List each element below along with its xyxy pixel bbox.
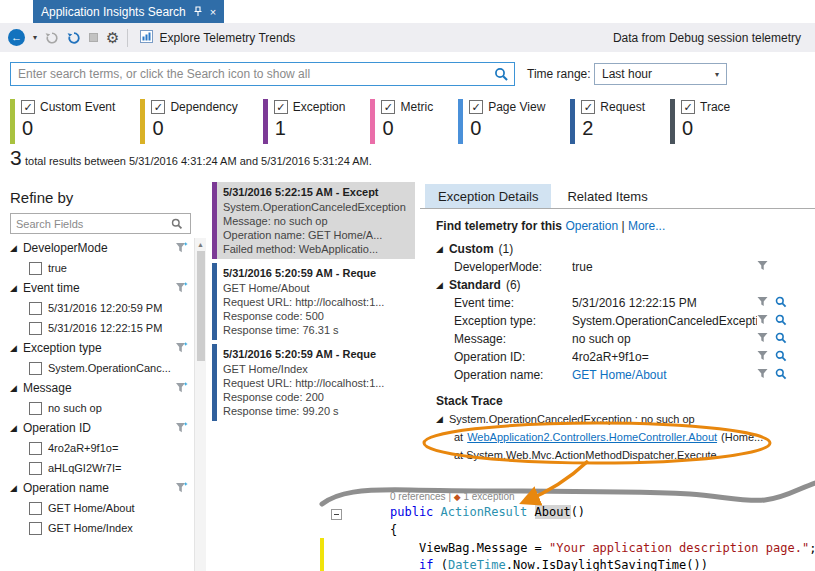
filter-checkbox-exception[interactable]: ✓	[274, 100, 288, 114]
code-line-method-signature[interactable]: public ActionResult About()	[390, 505, 585, 519]
operation-name-link[interactable]: GET Home/About	[572, 368, 757, 382]
filter-by-value-icon[interactable]	[757, 314, 768, 328]
filter-checkbox-custom-event[interactable]: ✓	[21, 100, 35, 114]
filter-checkbox-trace[interactable]: ✓	[681, 100, 695, 114]
option-checkbox[interactable]	[29, 462, 42, 475]
search-input[interactable]	[11, 67, 488, 81]
codelens-indicator[interactable]: 0 references | ◆ 1 exception	[390, 491, 515, 502]
search-fields-icon[interactable]	[164, 218, 190, 230]
filter-checkbox-request[interactable]: ✓	[581, 100, 595, 114]
references-count: 0 references	[390, 491, 446, 502]
option-checkbox[interactable]	[29, 502, 42, 515]
refine-option-operation-id-2[interactable]: aHLqGI2Wr7I=	[0, 458, 193, 478]
collapse-region-icon[interactable]	[331, 509, 342, 520]
refine-group-operation-id[interactable]: ◢ Operation ID	[0, 418, 193, 438]
filter-by-value-icon[interactable]	[757, 296, 768, 310]
filter-count: 2	[582, 117, 645, 140]
expander-icon[interactable]: ◢	[10, 423, 17, 433]
scrollbar-thumb[interactable]	[197, 251, 205, 361]
expander-icon[interactable]: ◢	[436, 280, 443, 290]
add-filter-icon[interactable]	[175, 282, 188, 297]
refresh-button[interactable]	[45, 31, 59, 45]
filter-checkbox-metric[interactable]: ✓	[381, 100, 395, 114]
option-checkbox[interactable]	[29, 442, 42, 455]
search-value-icon[interactable]	[775, 332, 787, 347]
search-fields-input[interactable]	[11, 218, 164, 230]
expander-icon[interactable]: ◢	[10, 283, 17, 293]
custom-group-header[interactable]: ◢ Custom (1)	[420, 240, 815, 258]
refine-group-message[interactable]: ◢ Message	[0, 378, 193, 398]
add-filter-icon[interactable]	[175, 382, 188, 397]
search-value-icon[interactable]	[775, 314, 787, 329]
explore-telemetry-trends-button[interactable]: Explore Telemetry Trends	[136, 28, 299, 48]
result-line: Response code: 200	[223, 390, 409, 404]
refine-group-operation-name[interactable]: ◢ Operation name	[0, 478, 193, 498]
operation-link[interactable]: Operation	[565, 219, 618, 233]
close-icon[interactable]: ×	[210, 6, 216, 18]
back-button[interactable]: ←	[8, 29, 25, 46]
refine-option-get-home-about[interactable]: GET Home/About	[0, 498, 193, 518]
option-checkbox[interactable]	[29, 402, 42, 415]
refine-group-developermode[interactable]: ◢ DeveloperMode	[0, 238, 193, 258]
search-value-icon[interactable]	[775, 368, 787, 383]
more-link[interactable]: More...	[628, 219, 665, 233]
filter-by-value-icon[interactable]	[757, 350, 768, 364]
refine-group-exception-type[interactable]: ◢ Exception type	[0, 338, 193, 358]
method-name-about[interactable]: About	[535, 505, 571, 519]
refine-option-event-time-1[interactable]: 5/31/2016 12:20:59 PM	[0, 298, 193, 318]
explore-label: Explore Telemetry Trends	[159, 31, 295, 45]
search-value-icon[interactable]	[775, 296, 787, 311]
expander-icon[interactable]: ◢	[10, 243, 17, 253]
expander-icon[interactable]: ◢	[10, 383, 17, 393]
code-line-open-brace[interactable]: {	[390, 523, 397, 537]
add-filter-icon[interactable]	[175, 482, 188, 497]
filter-checkbox-page-view[interactable]: ✓	[469, 100, 483, 114]
expander-icon[interactable]: ◢	[436, 244, 443, 254]
scrollbar-up-icon[interactable]: ▲	[195, 241, 206, 248]
option-checkbox[interactable]	[29, 362, 42, 375]
expander-icon[interactable]: ◢	[436, 414, 443, 424]
refine-option-operation-id-1[interactable]: 4ro2aR+9f1o=	[0, 438, 193, 458]
refine-option-event-time-2[interactable]: 5/31/2016 12:22:15 PM	[0, 318, 193, 338]
code-line-if[interactable]: if (DateTime.Now.IsDaylightSavingTime())	[419, 558, 708, 571]
search-value-icon[interactable]	[775, 350, 787, 365]
option-checkbox[interactable]	[29, 322, 42, 335]
time-range-dropdown[interactable]: Last hour ▾	[594, 63, 727, 85]
add-filter-icon[interactable]	[175, 342, 188, 357]
option-checkbox[interactable]	[29, 302, 42, 315]
tab-application-insights-search[interactable]: Application Insights Search ×	[33, 0, 224, 23]
filter-checkbox-dependency[interactable]: ✓	[151, 100, 165, 114]
stack-trace-exception-line[interactable]: ◢ System.OperationCanceledException : no…	[420, 410, 815, 428]
result-item-request-index[interactable]: 5/31/2016 5:20:59 AM - Reque GET Home/In…	[212, 344, 415, 421]
back-dropdown-caret-icon[interactable]: ▾	[33, 33, 37, 42]
refine-option-true[interactable]: true	[0, 258, 193, 278]
filter-by-value-icon[interactable]	[757, 260, 768, 274]
detail-value: 5/31/2016 12:22:15 PM	[572, 296, 757, 310]
settings-button[interactable]: ⚙	[106, 29, 119, 47]
reset-search-button[interactable]	[67, 31, 81, 45]
code-line-viewbag[interactable]: ViewBag.Message = "Your application desc…	[419, 541, 815, 555]
standard-group-header[interactable]: ◢ Standard (6)	[420, 276, 815, 294]
refine-group-event-time[interactable]: ◢ Event time	[0, 278, 193, 298]
tab-exception-details[interactable]: Exception Details	[425, 184, 551, 208]
add-filter-icon[interactable]	[175, 422, 188, 437]
add-filter-icon[interactable]	[175, 242, 188, 257]
result-item-request-about[interactable]: 5/31/2016 5:20:59 AM - Reque GET Home/Ab…	[212, 263, 415, 340]
tab-related-items[interactable]: Related Items	[554, 184, 660, 208]
expander-icon[interactable]: ◢	[10, 343, 17, 353]
result-item-exception[interactable]: 5/31/2016 5:22:15 AM - Except System.Ope…	[212, 182, 415, 259]
check-icon: ✓	[276, 101, 285, 113]
refine-option-get-home-index[interactable]: GET Home/Index	[0, 518, 193, 538]
refine-option-no-such-op[interactable]: no such op	[0, 398, 193, 418]
stack-frame-link[interactable]: WebApplication2.Controllers.HomeControll…	[467, 431, 717, 443]
pin-icon[interactable]	[193, 6, 203, 17]
filter-by-value-icon[interactable]	[757, 332, 768, 346]
option-checkbox[interactable]	[29, 522, 42, 535]
option-checkbox[interactable]	[29, 262, 42, 275]
refine-option-exception-type[interactable]: System.OperationCanc...	[0, 358, 193, 378]
stop-button[interactable]	[89, 33, 98, 42]
filter-by-value-icon[interactable]	[757, 368, 768, 382]
search-icon[interactable]	[488, 67, 514, 82]
expander-icon[interactable]: ◢	[10, 483, 17, 493]
refine-scrollbar[interactable]: ▲	[194, 238, 206, 571]
